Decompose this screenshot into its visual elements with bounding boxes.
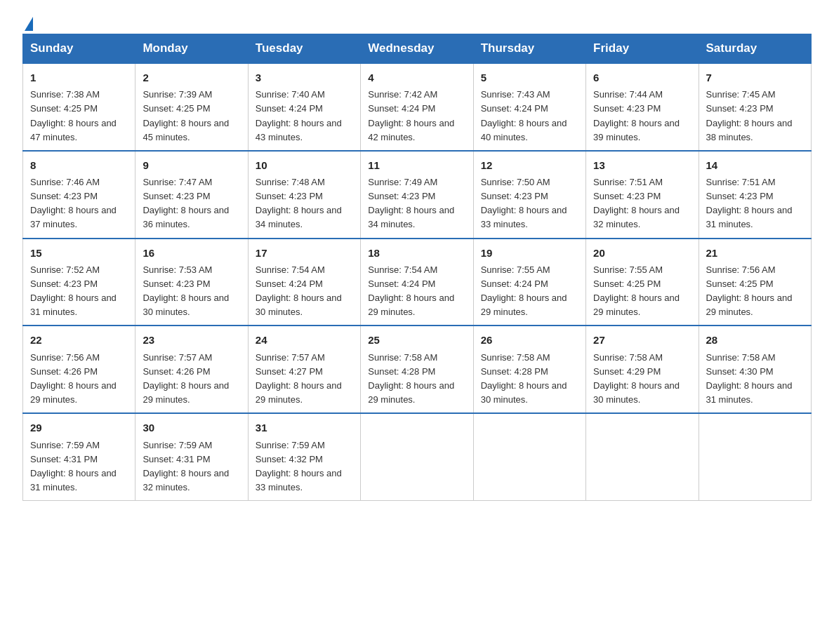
day-cell-content-25: 25Sunrise: 7:58 AMSunset: 4:28 PMDayligh…: [368, 332, 465, 407]
calendar-day-26: 26Sunrise: 7:58 AMSunset: 4:28 PMDayligh…: [473, 326, 585, 413]
sunrise-22: Sunrise: 7:56 AM: [30, 352, 100, 363]
daylight-14: Daylight: 8 hours and 31 minutes.: [706, 205, 793, 229]
logo: [22, 17, 33, 25]
sunset-19: Sunset: 4:24 PM: [481, 279, 548, 289]
day-cell-content-8: 8Sunrise: 7:46 AMSunset: 4:23 PMDaylight…: [30, 157, 128, 232]
sunset-6: Sunset: 4:23 PM: [593, 103, 661, 114]
sunrise-14: Sunrise: 7:51 AM: [706, 177, 776, 187]
sunset-21: Sunset: 4:25 PM: [706, 279, 774, 289]
day-number-26: 26: [481, 332, 578, 348]
daylight-11: Daylight: 8 hours and 34 minutes.: [368, 205, 454, 229]
daylight-10: Daylight: 8 hours and 34 minutes.: [256, 205, 342, 229]
sunrise-30: Sunrise: 7:59 AM: [143, 440, 212, 450]
empty-cell: [473, 413, 585, 500]
sunset-15: Sunset: 4:23 PM: [30, 279, 98, 289]
day-cell-content-29: 29Sunrise: 7:59 AMSunset: 4:31 PMDayligh…: [30, 420, 128, 495]
sunrise-23: Sunrise: 7:57 AM: [143, 352, 212, 363]
calendar-week-1: 1Sunrise: 7:38 AMSunset: 4:25 PMDaylight…: [23, 63, 812, 151]
page-header: [22, 17, 812, 25]
day-cell-content-11: 11Sunrise: 7:49 AMSunset: 4:23 PMDayligh…: [368, 157, 465, 232]
sunrise-2: Sunrise: 7:39 AM: [143, 89, 212, 100]
day-cell-content-6: 6Sunrise: 7:44 AMSunset: 4:23 PMDaylight…: [593, 69, 691, 145]
daylight-17: Daylight: 8 hours and 30 minutes.: [256, 293, 342, 317]
sunset-26: Sunset: 4:28 PM: [481, 366, 548, 377]
day-number-30: 30: [143, 420, 240, 436]
sunset-9: Sunset: 4:23 PM: [143, 191, 210, 201]
calendar-day-15: 15Sunrise: 7:52 AMSunset: 4:23 PMDayligh…: [23, 239, 135, 326]
sunset-25: Sunset: 4:28 PM: [368, 366, 435, 377]
calendar-table: SundayMondayTuesdayWednesdayThursdayFrid…: [22, 34, 812, 501]
day-number-23: 23: [143, 332, 240, 348]
sunset-4: Sunset: 4:24 PM: [368, 103, 435, 114]
sunset-3: Sunset: 4:24 PM: [256, 103, 323, 114]
daylight-12: Daylight: 8 hours and 33 minutes.: [481, 205, 567, 229]
day-number-2: 2: [143, 69, 240, 86]
daylight-23: Daylight: 8 hours and 29 minutes.: [143, 380, 229, 405]
daylight-9: Daylight: 8 hours and 36 minutes.: [143, 205, 229, 229]
daylight-4: Daylight: 8 hours and 42 minutes.: [368, 118, 454, 142]
sunrise-15: Sunrise: 7:52 AM: [30, 264, 100, 275]
daylight-5: Daylight: 8 hours and 40 minutes.: [481, 118, 567, 142]
day-cell-content-23: 23Sunrise: 7:57 AMSunset: 4:26 PMDayligh…: [143, 332, 240, 407]
sunset-7: Sunset: 4:23 PM: [706, 103, 774, 114]
daylight-1: Daylight: 8 hours and 47 minutes.: [30, 118, 117, 142]
sunset-10: Sunset: 4:23 PM: [256, 191, 323, 201]
weekday-header-row: SundayMondayTuesdayWednesdayThursdayFrid…: [23, 34, 812, 64]
day-number-8: 8: [30, 157, 128, 173]
day-number-17: 17: [256, 245, 353, 261]
day-cell-content-2: 2Sunrise: 7:39 AMSunset: 4:25 PMDaylight…: [143, 69, 240, 145]
sunrise-4: Sunrise: 7:42 AM: [368, 89, 437, 100]
sunset-2: Sunset: 4:25 PM: [143, 103, 210, 114]
day-number-9: 9: [143, 157, 240, 173]
daylight-13: Daylight: 8 hours and 32 minutes.: [593, 205, 680, 229]
day-number-20: 20: [593, 245, 691, 261]
calendar-day-2: 2Sunrise: 7:39 AMSunset: 4:25 PMDaylight…: [135, 63, 248, 151]
daylight-27: Daylight: 8 hours and 30 minutes.: [593, 380, 680, 405]
calendar-day-23: 23Sunrise: 7:57 AMSunset: 4:26 PMDayligh…: [135, 326, 248, 413]
day-number-7: 7: [706, 69, 804, 86]
sunrise-24: Sunrise: 7:57 AM: [256, 352, 325, 363]
calendar-week-2: 8Sunrise: 7:46 AMSunset: 4:23 PMDaylight…: [23, 151, 812, 239]
day-cell-content-12: 12Sunrise: 7:50 AMSunset: 4:23 PMDayligh…: [481, 157, 578, 232]
sunrise-21: Sunrise: 7:56 AM: [706, 264, 776, 275]
day-cell-content-17: 17Sunrise: 7:54 AMSunset: 4:24 PMDayligh…: [256, 245, 353, 320]
sunrise-1: Sunrise: 7:38 AM: [30, 89, 100, 100]
calendar-day-18: 18Sunrise: 7:54 AMSunset: 4:24 PMDayligh…: [361, 239, 473, 326]
weekday-header-sunday: Sunday: [23, 34, 135, 64]
sunset-30: Sunset: 4:31 PM: [143, 454, 210, 464]
calendar-day-31: 31Sunrise: 7:59 AMSunset: 4:32 PMDayligh…: [248, 413, 360, 500]
day-cell-content-14: 14Sunrise: 7:51 AMSunset: 4:23 PMDayligh…: [706, 157, 804, 232]
day-cell-content-4: 4Sunrise: 7:42 AMSunset: 4:24 PMDaylight…: [368, 69, 465, 145]
daylight-19: Daylight: 8 hours and 29 minutes.: [481, 293, 567, 317]
sunrise-11: Sunrise: 7:49 AM: [368, 177, 437, 187]
day-cell-content-26: 26Sunrise: 7:58 AMSunset: 4:28 PMDayligh…: [481, 332, 578, 407]
day-number-19: 19: [481, 245, 578, 261]
daylight-2: Daylight: 8 hours and 45 minutes.: [143, 118, 229, 142]
day-number-28: 28: [706, 332, 804, 348]
day-cell-content-27: 27Sunrise: 7:58 AMSunset: 4:29 PMDayligh…: [593, 332, 691, 407]
sunset-13: Sunset: 4:23 PM: [593, 191, 661, 201]
day-cell-content-21: 21Sunrise: 7:56 AMSunset: 4:25 PMDayligh…: [706, 245, 804, 320]
calendar-day-21: 21Sunrise: 7:56 AMSunset: 4:25 PMDayligh…: [699, 239, 811, 326]
sunset-1: Sunset: 4:25 PM: [30, 103, 98, 114]
sunset-8: Sunset: 4:23 PM: [30, 191, 98, 201]
sunset-5: Sunset: 4:24 PM: [481, 103, 548, 114]
sunrise-10: Sunrise: 7:48 AM: [256, 177, 325, 187]
day-number-1: 1: [30, 69, 128, 86]
sunrise-25: Sunrise: 7:58 AM: [368, 352, 437, 363]
sunrise-17: Sunrise: 7:54 AM: [256, 264, 325, 275]
calendar-day-7: 7Sunrise: 7:45 AMSunset: 4:23 PMDaylight…: [699, 63, 811, 151]
daylight-18: Daylight: 8 hours and 29 minutes.: [368, 293, 454, 317]
sunset-11: Sunset: 4:23 PM: [368, 191, 435, 201]
day-cell-content-1: 1Sunrise: 7:38 AMSunset: 4:25 PMDaylight…: [30, 69, 128, 145]
sunrise-16: Sunrise: 7:53 AM: [143, 264, 212, 275]
calendar-day-16: 16Sunrise: 7:53 AMSunset: 4:23 PMDayligh…: [135, 239, 248, 326]
weekday-header-friday: Friday: [586, 34, 699, 64]
sunrise-5: Sunrise: 7:43 AM: [481, 89, 550, 100]
day-cell-content-15: 15Sunrise: 7:52 AMSunset: 4:23 PMDayligh…: [30, 245, 128, 320]
calendar-day-9: 9Sunrise: 7:47 AMSunset: 4:23 PMDaylight…: [135, 151, 248, 239]
calendar-day-1: 1Sunrise: 7:38 AMSunset: 4:25 PMDaylight…: [23, 63, 135, 151]
sunset-20: Sunset: 4:25 PM: [593, 279, 661, 289]
calendar-week-3: 15Sunrise: 7:52 AMSunset: 4:23 PMDayligh…: [23, 239, 812, 326]
sunset-29: Sunset: 4:31 PM: [30, 454, 98, 464]
